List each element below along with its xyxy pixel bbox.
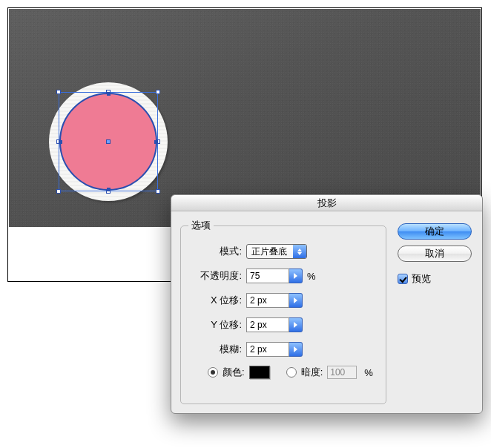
anchor-left[interactable] bbox=[59, 140, 62, 144]
darkness-input[interactable] bbox=[327, 366, 357, 379]
cancel-button[interactable]: 取消 bbox=[398, 246, 472, 262]
mode-label: 模式: bbox=[188, 245, 246, 258]
mode-select-value: 正片叠底 bbox=[247, 246, 293, 258]
anchor-right[interactable] bbox=[154, 140, 158, 144]
x-offset-label: X 位移: bbox=[188, 294, 246, 307]
darkness-unit: % bbox=[364, 367, 373, 378]
resize-handle-tr[interactable] bbox=[156, 90, 160, 94]
center-point[interactable] bbox=[106, 139, 111, 144]
resize-handle-bl[interactable] bbox=[56, 189, 61, 194]
options-group: 选项 模式: 正片叠底 不透明度: % X 位移: bbox=[180, 219, 386, 404]
ok-button[interactable]: 确定 bbox=[398, 223, 472, 240]
opacity-stepper[interactable] bbox=[289, 269, 303, 283]
preview-label: 预览 bbox=[412, 272, 431, 286]
y-offset-input[interactable] bbox=[246, 317, 289, 332]
darkness-label: 暗度: bbox=[301, 366, 323, 379]
blur-stepper[interactable] bbox=[289, 342, 303, 357]
darkness-radio[interactable] bbox=[286, 367, 297, 378]
color-swatch[interactable] bbox=[249, 366, 270, 379]
anchor-top[interactable] bbox=[107, 92, 111, 96]
drop-shadow-dialog: 投影 选项 模式: 正片叠底 不透明度: % X 位移: bbox=[171, 194, 483, 414]
options-legend: 选项 bbox=[188, 219, 214, 232]
blur-label: 模糊: bbox=[188, 343, 246, 356]
y-offset-stepper[interactable] bbox=[289, 317, 303, 332]
color-label: 颜色: bbox=[223, 366, 245, 379]
opacity-label: 不透明度: bbox=[188, 269, 246, 283]
color-radio[interactable] bbox=[208, 367, 218, 378]
resize-handle-tl[interactable] bbox=[56, 90, 61, 94]
chevron-updown-icon bbox=[293, 245, 306, 258]
opacity-input[interactable] bbox=[246, 269, 289, 283]
y-offset-label: Y 位移: bbox=[188, 318, 246, 332]
selected-object[interactable] bbox=[49, 82, 168, 201]
preview-checkbox[interactable] bbox=[398, 274, 408, 284]
x-offset-input[interactable] bbox=[246, 293, 289, 308]
mode-select[interactable]: 正片叠底 bbox=[246, 244, 307, 259]
dialog-title[interactable]: 投影 bbox=[171, 195, 482, 211]
x-offset-stepper[interactable] bbox=[289, 293, 303, 308]
blur-input[interactable] bbox=[246, 342, 289, 357]
resize-handle-br[interactable] bbox=[156, 189, 160, 194]
anchor-bottom[interactable] bbox=[107, 188, 111, 191]
opacity-unit: % bbox=[307, 271, 316, 282]
